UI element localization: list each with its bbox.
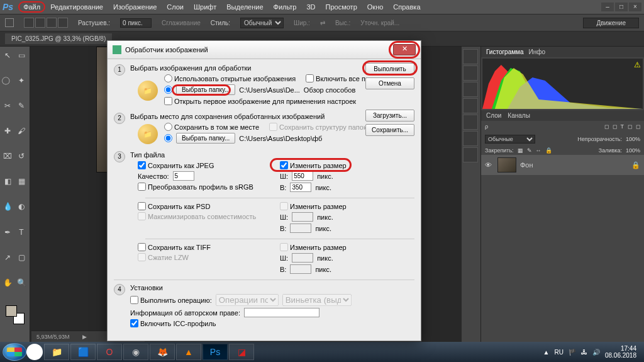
save-button[interactable]: Сохранить... xyxy=(365,124,414,136)
document-tab[interactable]: PIC_0325.JPG @ 33,3% (RGB/8) xyxy=(5,33,112,44)
load-button[interactable]: Загрузить... xyxy=(365,110,414,122)
tray-network-icon[interactable]: 🖧 xyxy=(581,349,587,356)
taskbar-app-icon[interactable]: 🟦 xyxy=(70,344,96,360)
tab-histogram[interactable]: Гистограмма xyxy=(486,48,524,55)
gradient-tool-icon[interactable]: ▦ xyxy=(15,175,28,188)
menu-view[interactable]: Просмотр xyxy=(321,1,362,13)
menu-window[interactable]: Окно xyxy=(362,1,389,13)
minimize-button[interactable]: – xyxy=(601,3,614,11)
taskbar-app2-icon[interactable]: ◪ xyxy=(229,344,254,360)
save-as-tiff-check[interactable]: Сохранить как TIFF xyxy=(138,243,211,251)
pen-tool-icon[interactable]: ✒ xyxy=(1,226,14,239)
menu-edit[interactable]: Редактирование xyxy=(45,1,108,13)
tool-preset-icon[interactable] xyxy=(5,18,14,27)
dialog-titlebar[interactable]: Обработчик изображений ✕ xyxy=(108,41,421,59)
type-tool-icon[interactable]: T xyxy=(15,226,28,239)
select-folder-button-1[interactable]: Выбрать папку... xyxy=(176,84,235,95)
color-swatches[interactable] xyxy=(6,305,25,324)
swatches-panel-icon[interactable] xyxy=(463,98,478,113)
eraser-tool-icon[interactable]: ◧ xyxy=(1,175,14,188)
taskbar-firefox-icon[interactable]: 🦊 xyxy=(150,344,175,360)
tab-channels[interactable]: Каналы xyxy=(508,112,530,119)
use-open-radio[interactable]: Использовать открытые изображения xyxy=(164,74,296,82)
open-first-check[interactable]: Открыть первое изображение для применени… xyxy=(164,97,356,105)
style-select[interactable]: Обычный xyxy=(240,18,284,28)
copyright-input[interactable] xyxy=(244,308,319,317)
tray-lang[interactable]: RU xyxy=(554,349,563,356)
menu-file[interactable]: Файл xyxy=(18,1,45,13)
width-input[interactable] xyxy=(292,171,313,181)
lasso-tool-icon[interactable]: ⃝ xyxy=(1,74,14,87)
layer-filter-icon[interactable]: ρ xyxy=(485,123,488,130)
opacity-value[interactable]: 100% xyxy=(626,136,640,142)
heal-tool-icon[interactable]: ✚ xyxy=(1,125,14,137)
tray-sound-icon[interactable]: 🔊 xyxy=(592,349,600,356)
close-button[interactable]: × xyxy=(629,3,641,11)
menu-layers[interactable]: Слои xyxy=(162,1,189,13)
dialog-close-button[interactable]: ✕ xyxy=(393,44,416,55)
eyedropper-tool-icon[interactable]: ✎ xyxy=(15,99,28,112)
convert-srgb-check[interactable]: Преобразовать профиль в sRGB xyxy=(138,183,253,191)
feather-input[interactable] xyxy=(120,18,152,28)
resize-check-jpeg[interactable]: Изменить размер xyxy=(280,161,347,169)
taskbar-yandex-icon[interactable] xyxy=(26,344,43,360)
stamp-tool-icon[interactable]: ⌧ xyxy=(1,150,14,162)
paragraph-panel-icon[interactable] xyxy=(463,131,478,146)
cancel-button[interactable]: Отмена xyxy=(365,77,414,89)
menu-3d[interactable]: 3D xyxy=(301,1,320,13)
history-panel-icon[interactable] xyxy=(463,49,478,64)
shape-tool-icon[interactable]: ▢ xyxy=(15,251,28,264)
path-tool-icon[interactable]: ↗ xyxy=(1,251,14,264)
tab-layers[interactable]: Слои xyxy=(486,112,501,119)
tray-flag-icon[interactable]: 🏴 xyxy=(569,349,576,356)
select-intersect[interactable] xyxy=(58,18,68,28)
start-button[interactable] xyxy=(3,343,26,361)
history-brush-icon[interactable]: ↺ xyxy=(15,150,28,162)
tab-info[interactable]: Инфо xyxy=(529,48,546,55)
move-tool-icon[interactable]: ↖ xyxy=(1,49,14,62)
layer-row[interactable]: 👁 Фон 🔒 xyxy=(481,155,644,175)
properties-panel-icon[interactable] xyxy=(463,82,478,97)
select-folder-radio-2[interactable] xyxy=(164,134,172,142)
same-location-radio[interactable]: Сохранить в том же месте xyxy=(164,123,259,131)
actions-panel-icon[interactable] xyxy=(463,65,478,81)
refine-edge-button[interactable]: Уточн. край... xyxy=(360,20,399,26)
taskbar-opera-icon[interactable]: O xyxy=(97,344,122,360)
taskbar-explorer-icon[interactable]: 📁 xyxy=(44,344,69,360)
wand-tool-icon[interactable]: ✦ xyxy=(15,74,28,87)
dodge-tool-icon[interactable]: ◐ xyxy=(15,200,28,213)
blend-mode-select[interactable]: Обычные xyxy=(485,135,535,144)
menu-type[interactable]: Шрифт xyxy=(189,1,221,13)
libraries-panel-icon[interactable] xyxy=(463,147,478,162)
run-button[interactable]: Выполнить xyxy=(365,63,414,75)
fill-value[interactable]: 100% xyxy=(626,147,640,154)
marquee-tool-icon[interactable]: ▭ xyxy=(15,49,28,62)
taskbar-vlc-icon[interactable]: ▲ xyxy=(176,344,201,360)
visibility-icon[interactable]: 👁 xyxy=(485,161,494,169)
save-as-psd-check[interactable]: Сохранить как PSD xyxy=(138,202,210,210)
menu-help[interactable]: Справка xyxy=(388,1,425,13)
menu-select[interactable]: Выделение xyxy=(221,1,268,13)
run-action-check[interactable]: Выполнить операцию: xyxy=(130,296,212,304)
quality-input[interactable] xyxy=(173,171,194,181)
select-sub[interactable] xyxy=(47,18,57,28)
select-add[interactable] xyxy=(35,18,45,28)
blur-tool-icon[interactable]: 💧 xyxy=(1,200,14,213)
taskbar-photoshop-icon[interactable]: Ps xyxy=(203,344,228,360)
hand-tool-icon[interactable]: ✋ xyxy=(1,276,14,289)
select-folder-button-2[interactable]: Выбрать папку... xyxy=(176,133,235,144)
icc-profile-check[interactable]: Включить ICC-профиль xyxy=(130,319,216,327)
menu-image[interactable]: Изображение xyxy=(108,1,162,13)
save-as-jpeg-check[interactable]: Сохранить как JPEG xyxy=(138,161,214,169)
tray-clock[interactable]: 17:44 08.06.2018 xyxy=(605,345,636,359)
crop-tool-icon[interactable]: ✂ xyxy=(1,99,14,112)
foreground-swatch[interactable] xyxy=(6,305,17,317)
zoom-tool-icon[interactable]: 🔍 xyxy=(15,276,28,289)
taskbar-chrome-icon[interactable]: ◉ xyxy=(123,344,148,360)
workspace-select[interactable]: Движение xyxy=(583,18,639,28)
brush-tool-icon[interactable]: 🖌 xyxy=(15,125,28,137)
menu-filter[interactable]: Фильтр xyxy=(269,1,302,13)
tray-up-icon[interactable]: ▲ xyxy=(543,349,550,356)
maximize-button[interactable]: □ xyxy=(615,3,628,11)
character-panel-icon[interactable] xyxy=(463,115,478,130)
